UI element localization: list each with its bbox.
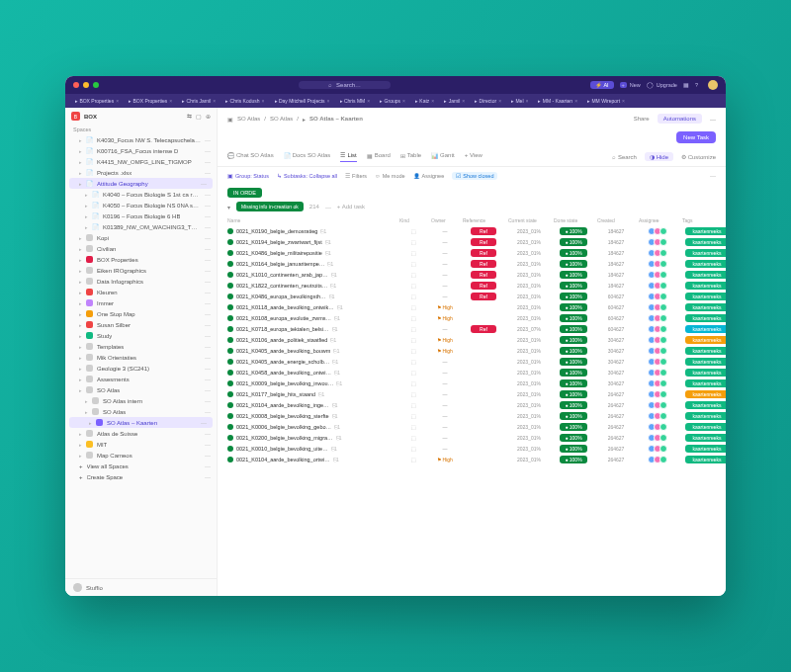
assignees-cell[interactable] [639,249,678,257]
close-tab-icon[interactable]: × [327,98,330,104]
assignee-avatar[interactable] [659,347,667,355]
task-name-cell[interactable]: 0021_K0118_aarde_bevolking_ontwik… ⎘1 [227,304,396,310]
assignee-filter[interactable]: 👤 Assignee [413,173,445,179]
assignee-avatar[interactable] [659,249,667,257]
sidebar-item[interactable]: ▸📄K0196 – Focus Biologie 6 HB⋯ [65,210,217,221]
sidebar-item[interactable]: ▸Atlas de Suisse⋯ [65,428,217,439]
sidebar-item-more-icon[interactable]: ⋯ [205,354,211,361]
close-tab-icon[interactable]: × [213,98,216,104]
sidebar-item-more-icon[interactable]: ⋯ [205,278,211,285]
sidebar-item[interactable]: ▸MIT⋯ [65,439,217,450]
tags-cell[interactable]: kaartenreeks [682,293,726,300]
tags-cell[interactable]: kaartenreeks [682,336,726,344]
assignee-avatar[interactable] [659,358,667,366]
column-header[interactable]: Name [227,217,396,223]
sidebar-add-icon[interactable]: ⊕ [206,113,211,120]
assignees-cell[interactable] [639,336,678,344]
table-row[interactable]: 0021_K0405_aarde_bevolking_bouwm ⎘1 ⬚ ⚑ … [227,345,716,356]
assignees-cell[interactable] [639,379,678,387]
table-row[interactable]: 0021_K0486_europa_bevolkingsth… ⎘1 ⬚ — R… [227,291,716,301]
assignees-cell[interactable] [639,303,678,311]
workspace-tab[interactable]: ▸ Director× [471,96,505,106]
table-row[interactable]: 0021_K0106_aarde_politiek_staatfied ⎘1 ⬚… [227,334,716,345]
sidebar-item-more-icon[interactable]: ⋯ [205,202,211,209]
close-tab-icon[interactable]: × [169,98,172,104]
task-name-cell[interactable]: 0021_K0009_belgie_bevolking_inwou… ⎘1 [227,380,396,386]
sidebar-item-more-icon[interactable]: ⋯ [201,180,207,187]
task-name-cell[interactable]: 0021_K0194_belgie_zwartwart_fijst ⎘1 [227,239,396,245]
assignee-avatar[interactable] [659,369,667,377]
view-tab[interactable]: ▦Board [367,152,391,162]
sidebar-item[interactable]: ▸SO Atlas⋯ [65,406,217,417]
assignee-avatar[interactable] [659,314,667,322]
assignees-cell[interactable] [639,271,678,279]
sidebar-item[interactable]: ▸Immer⋯ [65,297,217,308]
breadcrumb-1[interactable]: SO Atlas [237,116,260,122]
sidebar-item[interactable]: ▸📄K4030_Focus NW S. Telecapsuchela…⋯ [65,134,217,145]
sidebar-item-more-icon[interactable]: ⋯ [205,408,211,415]
tags-cell[interactable]: kaartenreeks [682,325,726,333]
task-name-cell[interactable]: 0021_K0405_aarde_energie_scholb… ⎘1 [227,359,396,365]
sidebar-item[interactable]: ▸One Stop Map⋯ [65,308,217,319]
assignees-cell[interactable] [639,434,678,442]
column-header[interactable]: Current state [508,217,550,223]
workspace-tab[interactable]: ▸ Chris Kodush× [221,96,268,106]
task-name-cell[interactable]: 0021_K1010_continenten_arab_jap… ⎘1 [227,272,396,278]
status-chip[interactable]: IN ORDE [227,189,716,196]
task-name-cell[interactable]: 0021_K0164_belgie_januaritempe… ⎘1 [227,261,396,267]
sidebar-item-more-icon[interactable]: ⋯ [201,419,207,426]
table-row[interactable]: 0021_K0008_belgie_bevolking_sterfte ⎘1 ⬚… [227,410,716,421]
tags-cell[interactable]: kaartenreeks [682,347,726,355]
close-tab-icon[interactable]: × [462,98,465,104]
assignee-avatar[interactable] [659,336,667,344]
column-header[interactable]: Done state [554,217,593,223]
table-row[interactable]: 0021_K0194_belgie_zwartwart_fijst ⎘1 ⬚ —… [227,236,716,247]
close-tab-icon[interactable]: × [367,98,370,104]
assignee-avatar[interactable] [659,227,667,235]
workspace-tab[interactable]: ▸ Day Mitchell Projects× [271,96,334,106]
task-name-cell[interactable]: 0021_K0177_belgie_hits_staand ⎘1 [227,391,396,397]
help-icon[interactable]: ? [695,82,698,88]
table-row[interactable]: 0021_K0177_belgie_hits_staand ⎘1 ⬚ — 202… [227,388,716,399]
minimize-window-button[interactable] [83,82,89,88]
column-header[interactable]: Kind [399,217,427,223]
sidebar-item-more-icon[interactable]: ⋯ [205,452,211,459]
column-header[interactable]: Created [597,217,635,223]
sidebar-link[interactable]: +View all Spaces⋯ [65,461,217,471]
workspace-header[interactable]: B BOX ⇆ ▢ ⊕ [65,108,217,125]
new-task-button[interactable]: New Task [676,131,716,143]
assignee-avatar[interactable] [659,423,667,431]
workspace-tab[interactable]: ▸ BOX Properties× [71,96,123,106]
sidebar-item[interactable]: ▸Kleuren⋯ [65,287,217,297]
sidebar-item-more-icon[interactable]: ⋯ [205,158,211,165]
assignees-cell[interactable] [639,347,678,355]
workspace-tab[interactable]: ▸ MM Wireport× [583,96,629,106]
assignees-cell[interactable] [639,423,678,431]
sidebar-item-more-icon[interactable]: ⋯ [205,267,211,274]
assignees-cell[interactable] [639,456,678,463]
sidebar-item-more-icon[interactable]: ⋯ [205,256,211,263]
customize-button[interactable]: ⚙ Customize [681,153,716,160]
close-tab-icon[interactable]: × [431,98,434,104]
column-header[interactable]: Tags [682,217,726,223]
task-name-cell[interactable]: 0021_K0106_aarde_politiek_staatfied ⎘1 [227,337,396,343]
tags-cell[interactable]: kaartenreeks [682,412,726,420]
sidebar-item[interactable]: ▸📄K4050 – Focus Biologie NS 0NA s…⋯ [65,200,217,210]
group-more-icon[interactable]: ⋯ [325,204,331,210]
group-status-badge[interactable]: Missing info in-creation ok [236,202,304,211]
task-name-cell[interactable]: 0021_K0200_belgie_bevolking_migra… ⎘1 [227,435,396,441]
assignees-cell[interactable] [639,260,678,268]
sidebar-item[interactable]: ▸Geologie 3 (SC241)⋯ [65,363,217,374]
assignees-cell[interactable] [639,282,678,290]
assignees-cell[interactable] [639,325,678,333]
sidebar-item-more-icon[interactable]: ⋯ [205,462,211,469]
close-window-button[interactable] [73,82,79,88]
assignee-avatar[interactable] [659,293,667,300]
view-tab[interactable]: 📊Gantt [431,152,455,162]
view-tab[interactable]: 💬Chat SO Atlas [227,152,274,162]
task-name-cell[interactable]: 0021_K0718_europa_tektalen_belsi… ⎘1 [227,326,396,332]
table-row[interactable]: 0021_K0108_europa_evolutie_zwms… ⎘1 ⬚ ⚑ … [227,312,716,323]
close-tab-icon[interactable]: × [262,98,265,104]
new-button[interactable]: +New [620,82,641,88]
close-tab-icon[interactable]: × [402,98,405,104]
